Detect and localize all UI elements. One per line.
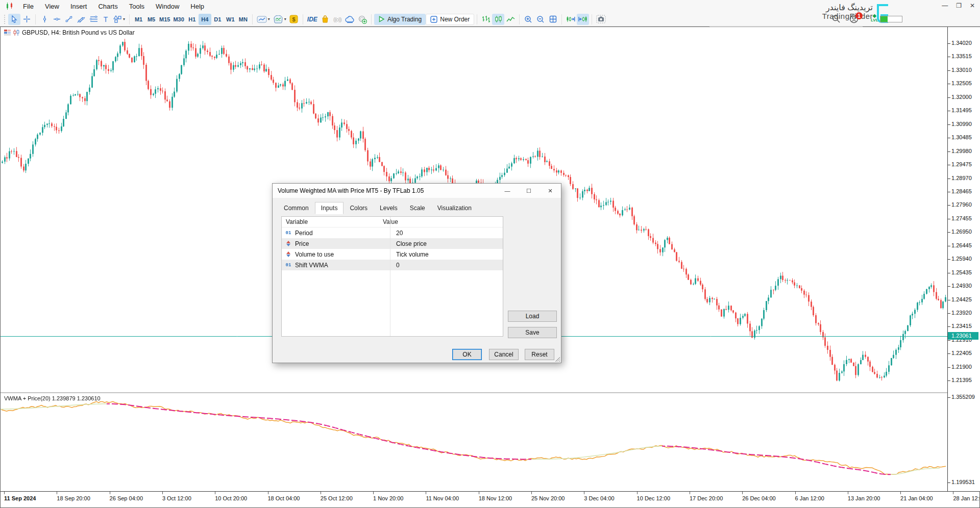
tab-inputs[interactable]: Inputs [315, 202, 344, 214]
text-tool-button[interactable]: T [100, 14, 112, 25]
toolbar-grip[interactable] [4, 15, 6, 24]
horizontal-line-tool-button[interactable] [51, 14, 63, 25]
market-button[interactable] [319, 14, 331, 25]
chart-symbol-title: GBPUSD, H4: British Pound vs US Dollar [4, 29, 135, 36]
vps-cloud-button[interactable] [344, 14, 356, 25]
zoom-in-button[interactable] [522, 14, 534, 25]
arrow-down-icon [286, 255, 290, 257]
dialog-close-button[interactable]: ✕ [540, 184, 561, 198]
play-icon [378, 16, 385, 22]
level-indicator[interactable]: ◆ LVL [871, 13, 878, 22]
param-value[interactable]: Close price [390, 240, 503, 247]
tab-visualization[interactable]: Visualization [431, 202, 478, 214]
ok-button[interactable]: OK [452, 349, 482, 360]
window-minimize-button[interactable]: — [942, 2, 948, 9]
timeframe-w1[interactable]: W1 [224, 14, 237, 25]
economic-calendar-button[interactable]: $ [288, 14, 300, 25]
community-button[interactable] [356, 14, 369, 25]
price-axis[interactable]: 1.23061 1.355209 1.199531 1.340201.33515… [947, 27, 980, 491]
timeframe-m5[interactable]: M5 [145, 14, 158, 25]
line-chart-button[interactable] [504, 14, 517, 25]
candles-chart-button[interactable] [492, 14, 504, 25]
search-icon[interactable] [832, 15, 840, 25]
cancel-button[interactable]: Cancel [489, 349, 519, 360]
param-row-period[interactable]: 01Period20 [282, 227, 503, 238]
algo-trading-button[interactable]: Algo Trading [374, 14, 426, 25]
crosshair-tool-button[interactable] [20, 14, 33, 25]
enum-param-icon [282, 251, 295, 257]
price-label: 1.30990 [951, 121, 972, 127]
window-close-button[interactable]: ✕ [970, 2, 975, 9]
table-header-variable: Variable [282, 218, 377, 225]
tile-windows-button[interactable] [547, 14, 559, 25]
tab-colors[interactable]: Colors [344, 202, 374, 214]
timeframe-m15[interactable]: M15 [158, 14, 172, 25]
price-label: 1.30485 [951, 134, 972, 140]
enum-arrows [286, 251, 290, 257]
save-button[interactable]: Save [508, 327, 557, 338]
timeframe-d1[interactable]: D1 [211, 14, 224, 25]
menu-window[interactable]: Window [150, 1, 185, 12]
tab-scale[interactable]: Scale [404, 202, 431, 214]
vertical-line-tool-button[interactable] [38, 14, 51, 25]
param-value[interactable]: 20 [390, 230, 503, 237]
chart-shift-button[interactable] [565, 14, 577, 25]
dialog-title-bar[interactable]: Volume Weighted MA with Price MT5 - By T… [273, 184, 561, 198]
timeframe-m1[interactable]: M1 [132, 14, 145, 25]
param-row-volume-to-use[interactable]: Volume to useTick volume [282, 249, 503, 260]
price-label: 1.21395 [951, 377, 972, 383]
param-value[interactable]: Tick volume [390, 251, 503, 258]
signals-button[interactable]: ((o)) [331, 14, 344, 25]
price-label: 1.33010 [951, 67, 972, 73]
dialog-resize-grip[interactable] [554, 356, 560, 362]
channel-tool-button[interactable] [75, 14, 87, 25]
reset-button[interactable]: Reset [525, 349, 554, 360]
menu-view[interactable]: View [39, 1, 65, 12]
progress-fill [880, 16, 888, 22]
price-label: 1.22405 [951, 350, 972, 356]
menu-help[interactable]: Help [185, 1, 210, 12]
screenshot-button[interactable] [595, 14, 607, 25]
tab-common[interactable]: Common [278, 202, 315, 214]
bars-chart-button[interactable] [480, 14, 492, 25]
window-restore-button[interactable]: ❐ [956, 2, 962, 9]
toolbar-separator [561, 14, 562, 24]
fibonacci-tool-button[interactable] [87, 14, 100, 25]
date-axis[interactable]: 11 Sep 202418 Sep 20:0026 Sep 04:003 Oct… [1, 491, 979, 507]
menu-insert[interactable]: Insert [65, 1, 93, 12]
timeframe-h4[interactable]: H4 [199, 14, 211, 25]
trendline-tool-button[interactable] [63, 14, 75, 25]
price-label: 1.27455 [951, 215, 972, 221]
chevron-down-icon: ▾ [284, 17, 286, 21]
notification-badge[interactable]: 1 [855, 12, 863, 19]
date-label: 11 Nov 04:00 [426, 495, 459, 501]
date-label: 3 Dec 04:00 [584, 495, 614, 501]
chart-mode-dropdown-button[interactable]: ▾ [255, 14, 272, 25]
menu-charts[interactable]: Charts [92, 1, 123, 12]
param-name: Price [295, 240, 390, 247]
menu-tools[interactable]: Tools [124, 1, 150, 12]
menu-file[interactable]: File [17, 1, 39, 12]
table-column-divider [390, 217, 390, 336]
cursor-tool-button[interactable] [8, 14, 20, 25]
dialog-minimize-button[interactable]: — [497, 184, 518, 198]
dialog-maximize-button[interactable]: ☐ [518, 184, 540, 198]
load-button[interactable]: Load [508, 311, 557, 322]
timeframe-mn[interactable]: MN [237, 14, 250, 25]
param-value[interactable]: 0 [390, 262, 503, 269]
timeframe-m30[interactable]: M30 [172, 14, 185, 25]
dialog-tabs: CommonInputsColorsLevelsScaleVisualizati… [273, 198, 561, 214]
new-order-icon [430, 16, 437, 23]
indicators-dropdown-button[interactable]: ▾ [272, 14, 288, 25]
price-label: 1.25940 [951, 256, 972, 262]
new-order-button[interactable]: New Order [426, 14, 474, 25]
param-row-price[interactable]: PriceClose price [282, 238, 503, 249]
shapes-tool-button[interactable]: ▾ [112, 14, 127, 25]
auto-scroll-button[interactable] [577, 14, 589, 25]
param-row-shift-vwma[interactable]: 01Shift VWMA0 [282, 260, 503, 270]
ide-button[interactable]: IDE [306, 14, 319, 25]
timeframe-h1[interactable]: H1 [186, 14, 199, 25]
tab-levels[interactable]: Levels [374, 202, 404, 214]
date-label: 13 Jan 20:00 [848, 495, 880, 501]
zoom-out-button[interactable] [534, 14, 547, 25]
